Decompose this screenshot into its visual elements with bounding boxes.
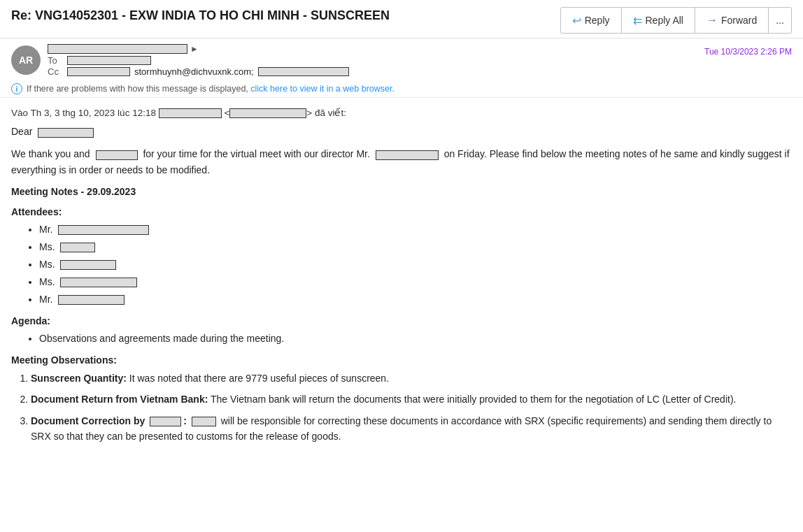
attendee5-redacted <box>58 295 125 305</box>
more-label: ... <box>776 15 784 26</box>
quoted-header-text: Vào Th 3, 3 thg 10, 2023 lúc 12:18 <box>11 108 156 118</box>
reply-all-label: Reply All <box>646 15 683 26</box>
list-item: Document Return from Vietnam Bank: The V… <box>31 391 792 407</box>
reply-button[interactable]: ↩ Reply <box>560 7 622 34</box>
attendees-title: Attendees: <box>11 205 792 220</box>
attendee3-redacted <box>60 260 116 270</box>
cc-recipient2-redacted <box>258 67 349 76</box>
quoted-suffix: đã viết: <box>315 108 346 118</box>
attendee-prefix: Ms. <box>39 241 55 252</box>
obs2-bold: Document Return from Vietnam Bank: <box>31 394 208 405</box>
list-item: Observations and agreements made during … <box>39 331 792 346</box>
cc-email: stormhuynh@dichvuxnk.com; <box>134 66 254 77</box>
quoted-sender-redacted <box>159 108 222 118</box>
list-item: Mr. <box>39 222 792 237</box>
info-icon: i <box>11 83 22 94</box>
to-row: To <box>48 55 704 66</box>
to-label: To <box>48 55 63 66</box>
attendee-prefix: Ms. <box>39 276 55 287</box>
opening-text1: We thank you and <box>11 148 90 159</box>
dear-line: Dear <box>11 124 792 139</box>
sender-name-row: ► <box>48 44 704 54</box>
forward-icon: → <box>706 14 718 27</box>
quoted-header-line: Vào Th 3, 3 thg 10, 2023 lúc 12:18 <> đã… <box>11 106 792 120</box>
list-item: Ms. <box>39 257 792 272</box>
cc-recipient1-redacted <box>67 67 130 76</box>
observations-list: Sunscreen Quantity: It was noted that th… <box>31 371 792 445</box>
list-item: Mr. <box>39 292 792 307</box>
obs3-name1-redacted <box>150 417 181 426</box>
attendee1-redacted <box>58 225 149 235</box>
info-bar: i If there are problems with how this me… <box>0 80 803 98</box>
arrow-icon: ► <box>190 44 199 54</box>
reply-all-button[interactable]: ⇇ Reply All <box>622 7 695 34</box>
sender-name-redacted <box>48 44 187 54</box>
obs1-text: It was noted that there are 9779 useful … <box>129 373 389 384</box>
observations-title: Meeting Observations: <box>11 353 792 368</box>
attendee-prefix: Ms. <box>39 259 55 270</box>
obs1-bold: Sunscreen Quantity: <box>31 373 127 384</box>
obs3-colon: : <box>183 415 187 426</box>
sender-info-row: AR ► To Cc stormhuynh@dichvuxnk.com; Tue… <box>0 38 803 80</box>
action-buttons-group: ↩ Reply ⇇ Reply All → Forward ... <box>560 7 792 34</box>
more-button[interactable]: ... <box>769 7 792 34</box>
reply-all-icon: ⇇ <box>633 14 642 27</box>
info-message: If there are problems with how this mess… <box>27 84 395 94</box>
sender-details: ► To Cc stormhuynh@dichvuxnk.com; <box>48 44 704 78</box>
attendees-list: Mr. Ms. Ms. Ms. Mr. <box>39 222 792 307</box>
dear-label: Dear <box>11 126 32 137</box>
quoted-email-redacted <box>229 108 306 118</box>
agenda-title: Agenda: <box>11 314 792 329</box>
email-body: Vào Th 3, 3 thg 10, 2023 lúc 12:18 <> đã… <box>0 98 803 532</box>
reply-label: Reply <box>585 15 610 26</box>
agenda-item-text: Observations and agreements made during … <box>39 333 284 344</box>
obs3-bold: Document Correction by <box>31 415 145 426</box>
to-recipient-redacted <box>67 56 151 65</box>
list-item: Sunscreen Quantity: It was noted that th… <box>31 371 792 386</box>
email-subject: Re: VNG14052301 - EXW INDIA TO HO CHI MI… <box>11 7 390 23</box>
list-item: Document Correction by : will be respons… <box>31 413 792 445</box>
cc-row: Cc stormhuynh@dichvuxnk.com; <box>48 66 704 77</box>
director-name-redacted <box>376 150 439 160</box>
opening-paragraph: We thank you and for your time for the v… <box>11 146 792 178</box>
list-item: Ms. <box>39 275 792 289</box>
email-timestamp: Tue 10/3/2023 2:26 PM <box>704 44 792 57</box>
sender-avatar: AR <box>11 45 41 75</box>
dear-name-redacted <box>38 128 94 138</box>
attendee-prefix: Mr. <box>39 224 52 235</box>
opening-text2: for your time for the virtual meet with … <box>143 148 369 159</box>
attendee4-redacted <box>60 278 137 287</box>
obs2-text: The Vietnam bank will return the documen… <box>211 394 736 405</box>
forward-button[interactable]: → Forward <box>695 7 769 34</box>
attendee-prefix: Mr. <box>39 294 52 305</box>
attendee2-redacted <box>60 243 95 252</box>
cc-label: Cc <box>48 66 63 77</box>
list-item: Ms. <box>39 240 792 254</box>
agenda-list: Observations and agreements made during … <box>39 331 792 346</box>
obs3-name2-redacted <box>192 417 216 426</box>
email-header: Re: VNG14052301 - EXW INDIA TO HO CHI MI… <box>0 0 803 38</box>
forward-label: Forward <box>721 15 757 26</box>
view-in-browser-link[interactable]: click here to view it in a web browser. <box>250 84 395 94</box>
reply-icon: ↩ <box>572 14 581 27</box>
name-redacted-inline <box>96 150 138 160</box>
meeting-notes-title: Meeting Notes - 29.09.2023 <box>11 185 792 199</box>
